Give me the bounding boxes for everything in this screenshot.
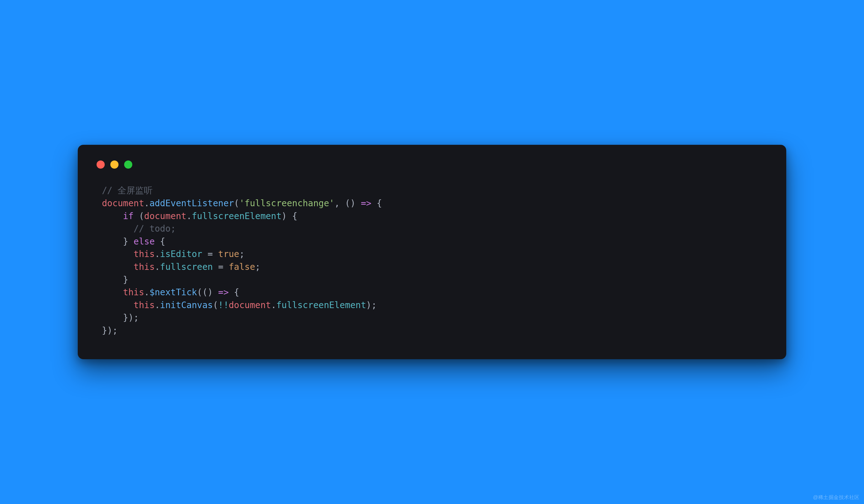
- code-token: (: [134, 211, 144, 221]
- code-token: true: [218, 249, 239, 259]
- code-token: }: [97, 236, 134, 247]
- code-token: document: [144, 211, 187, 221]
- watermark-text: @稀土掘金技术社区: [813, 494, 860, 501]
- code-token: .: [155, 262, 160, 272]
- code-token: =: [213, 262, 229, 272]
- code-token: =>: [361, 198, 372, 208]
- code-token: (: [213, 300, 218, 310]
- code-token: fullscreenElement: [192, 211, 282, 221]
- code-token: }: [97, 275, 128, 285]
- code-token: });: [97, 325, 118, 336]
- code-token: this: [134, 249, 155, 259]
- code-token: [97, 262, 134, 272]
- code-token: fullscreen: [160, 262, 213, 272]
- code-token: this: [134, 300, 155, 310]
- code-token: =>: [218, 287, 229, 298]
- code-token: !!: [218, 300, 229, 310]
- code-token: this: [123, 287, 144, 298]
- code-token: [97, 198, 102, 208]
- code-token: ;: [239, 249, 244, 259]
- code-token: [97, 211, 123, 221]
- code-token: .: [155, 300, 160, 310]
- code-window: // 全屏监听 document.addEventListener('fulls…: [78, 145, 786, 359]
- code-token: isEditor: [160, 249, 202, 259]
- code-token: .: [271, 300, 276, 310]
- code-token: // todo;: [134, 224, 176, 234]
- code-token: [97, 185, 102, 195]
- code-token: });: [97, 312, 139, 323]
- code-token: // 全屏监听: [102, 185, 153, 195]
- code-token: $nextTick: [149, 287, 197, 298]
- code-token: 'fullscreenchange': [239, 198, 334, 208]
- code-token: .: [144, 198, 149, 208]
- minimize-icon[interactable]: [110, 160, 119, 169]
- code-block: // 全屏监听 document.addEventListener('fulls…: [97, 184, 767, 337]
- code-token: addEventListener: [149, 198, 234, 208]
- code-token: [97, 224, 134, 234]
- code-token: fullscreenElement: [276, 300, 366, 310]
- code-token: else: [134, 236, 155, 247]
- code-token: document: [229, 300, 271, 310]
- close-icon[interactable]: [97, 160, 105, 169]
- maximize-icon[interactable]: [124, 160, 132, 169]
- code-token: =: [202, 249, 218, 259]
- code-token: , (): [335, 198, 361, 208]
- code-token: {: [372, 198, 382, 208]
- window-controls: [97, 160, 767, 169]
- code-token: {: [155, 236, 166, 247]
- code-token: ;: [255, 262, 261, 272]
- code-token: if: [123, 211, 134, 221]
- code-token: .: [155, 249, 160, 259]
- code-token: );: [366, 300, 377, 310]
- code-token: [97, 249, 134, 259]
- code-token: initCanvas: [160, 300, 213, 310]
- code-token: .: [187, 211, 192, 221]
- code-token: [97, 287, 123, 298]
- code-token: ((): [197, 287, 218, 298]
- code-token: {: [229, 287, 240, 298]
- code-token: ) {: [281, 211, 298, 221]
- code-token: false: [229, 262, 255, 272]
- code-token: document: [102, 198, 144, 208]
- code-token: (: [234, 198, 239, 208]
- code-token: this: [134, 262, 155, 272]
- code-token: .: [144, 287, 149, 298]
- code-token: [97, 300, 134, 310]
